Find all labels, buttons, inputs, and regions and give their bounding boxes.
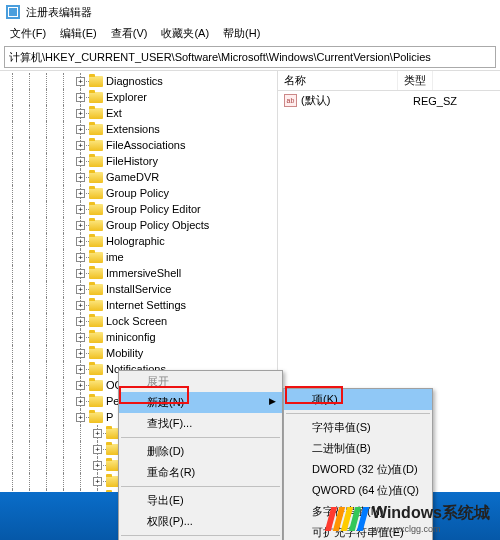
tree-item-label: Group Policy Editor: [106, 203, 201, 215]
tree-item[interactable]: +FileHistory: [4, 153, 277, 169]
folder-icon: [89, 156, 103, 167]
tree-item[interactable]: +ImmersiveShell: [4, 265, 277, 281]
folder-icon: [89, 268, 103, 279]
menu-separator: [121, 535, 280, 536]
addressbar-label: 计算机: [9, 50, 42, 65]
submenu-arrow-icon: ▶: [269, 396, 276, 406]
folder-icon: [89, 412, 103, 423]
folder-icon: [89, 172, 103, 183]
addressbar[interactable]: 计算机\HKEY_CURRENT_USER\Software\Microsoft…: [4, 46, 496, 68]
value-type: REG_SZ: [413, 95, 457, 107]
tree-item-label: Diagnostics: [106, 75, 163, 87]
folder-icon: [89, 300, 103, 311]
folder-icon: [89, 140, 103, 151]
menu-separator: [121, 486, 280, 487]
tree-item-label: miniconfig: [106, 331, 156, 343]
context-menu-primary: 展开 新建(N)▶ 查找(F)... 删除(D) 重命名(R) 导出(E) 权限…: [118, 370, 283, 540]
folder-icon: [89, 92, 103, 103]
folder-icon: [89, 220, 103, 231]
folder-icon: [89, 380, 103, 391]
tree-item-label: Mobility: [106, 347, 143, 359]
folder-icon: [89, 284, 103, 295]
tree-item-label: Extensions: [106, 123, 160, 135]
tree-item-label: GameDVR: [106, 171, 159, 183]
tree-item-label: P: [106, 411, 113, 423]
col-type[interactable]: 类型: [398, 71, 433, 90]
menu-edit[interactable]: 编辑(E): [54, 24, 103, 44]
tree-item-label: Holographic: [106, 235, 165, 247]
tree-item-label: Lock Screen: [106, 315, 167, 327]
folder-icon: [89, 236, 103, 247]
mi-rename[interactable]: 重命名(R): [119, 462, 282, 483]
folder-icon: [89, 204, 103, 215]
tree-item-label: Explorer: [106, 91, 147, 103]
watermark-url: www.wxclgg.com: [372, 524, 490, 534]
tree-item[interactable]: +Group Policy: [4, 185, 277, 201]
titlebar: 注册表编辑器: [0, 0, 500, 24]
watermark-bars-icon: [328, 507, 366, 531]
tree-item[interactable]: +Ext: [4, 105, 277, 121]
mi-export[interactable]: 导出(E): [119, 490, 282, 511]
folder-icon: [89, 108, 103, 119]
menu-view[interactable]: 查看(V): [105, 24, 154, 44]
tree-item-label: Group Policy: [106, 187, 169, 199]
mi-new-key[interactable]: 项(K): [284, 389, 432, 410]
mi-delete[interactable]: 删除(D): [119, 441, 282, 462]
tree-item[interactable]: +Mobility: [4, 345, 277, 361]
menubar: 文件(F) 编辑(E) 查看(V) 收藏夹(A) 帮助(H): [0, 24, 500, 44]
tree-item-label: Group Policy Objects: [106, 219, 209, 231]
folder-icon: [89, 252, 103, 263]
regedit-icon: [6, 5, 20, 19]
mi-new-dword[interactable]: DWORD (32 位)值(D): [284, 459, 432, 480]
menu-separator: [121, 437, 280, 438]
tree-item-label: InstallService: [106, 283, 171, 295]
mi-permissions[interactable]: 权限(P)...: [119, 511, 282, 532]
addressbar-path: \HKEY_CURRENT_USER\Software\Microsoft\Wi…: [42, 51, 431, 63]
value-name: (默认): [301, 93, 413, 108]
watermark: Windows系统城 www.wxclgg.com: [328, 503, 490, 534]
menu-favorites[interactable]: 收藏夹(A): [155, 24, 215, 44]
folder-icon: [89, 76, 103, 87]
tree-item[interactable]: +Lock Screen: [4, 313, 277, 329]
mi-new-qword[interactable]: QWORD (64 位)值(Q): [284, 480, 432, 501]
mi-find[interactable]: 查找(F)...: [119, 413, 282, 434]
mi-new-string[interactable]: 字符串值(S): [284, 417, 432, 438]
tree-item[interactable]: +Internet Settings: [4, 297, 277, 313]
tree-item[interactable]: +Group Policy Editor: [4, 201, 277, 217]
tree-item[interactable]: +Explorer: [4, 89, 277, 105]
folder-icon: [89, 348, 103, 359]
folder-icon: [89, 364, 103, 375]
tree-item[interactable]: +Diagnostics: [4, 73, 277, 89]
tree-item[interactable]: +Extensions: [4, 121, 277, 137]
tree-item-label: FileAssociations: [106, 139, 185, 151]
mi-expand[interactable]: 展开: [119, 371, 282, 392]
tree-item-label: Internet Settings: [106, 299, 186, 311]
folder-icon: [89, 396, 103, 407]
folder-icon: [89, 332, 103, 343]
tree-item[interactable]: +InstallService: [4, 281, 277, 297]
folder-icon: [89, 124, 103, 135]
tree-item-label: Ext: [106, 107, 122, 119]
menu-separator: [286, 413, 430, 414]
tree-item[interactable]: +Holographic: [4, 233, 277, 249]
tree-item-label: FileHistory: [106, 155, 158, 167]
menu-help[interactable]: 帮助(H): [217, 24, 266, 44]
string-value-icon: ab: [284, 94, 297, 107]
mi-new[interactable]: 新建(N)▶: [119, 392, 282, 413]
watermark-title: Windows系统城: [372, 503, 490, 524]
tree-item[interactable]: +Group Policy Objects: [4, 217, 277, 233]
value-row[interactable]: ab (默认) REG_SZ: [278, 91, 500, 110]
tree-item[interactable]: +FileAssociations: [4, 137, 277, 153]
folder-icon: [89, 188, 103, 199]
col-name[interactable]: 名称: [278, 71, 398, 90]
window-title: 注册表编辑器: [26, 5, 92, 20]
mi-new-binary[interactable]: 二进制值(B): [284, 438, 432, 459]
menu-file[interactable]: 文件(F): [4, 24, 52, 44]
tree-item-label: ime: [106, 251, 124, 263]
tree-item[interactable]: +GameDVR: [4, 169, 277, 185]
tree-item-label: ImmersiveShell: [106, 267, 181, 279]
tree-item[interactable]: +miniconfig: [4, 329, 277, 345]
tree-item[interactable]: +ime: [4, 249, 277, 265]
folder-icon: [89, 316, 103, 327]
values-header: 名称 类型: [278, 71, 500, 91]
